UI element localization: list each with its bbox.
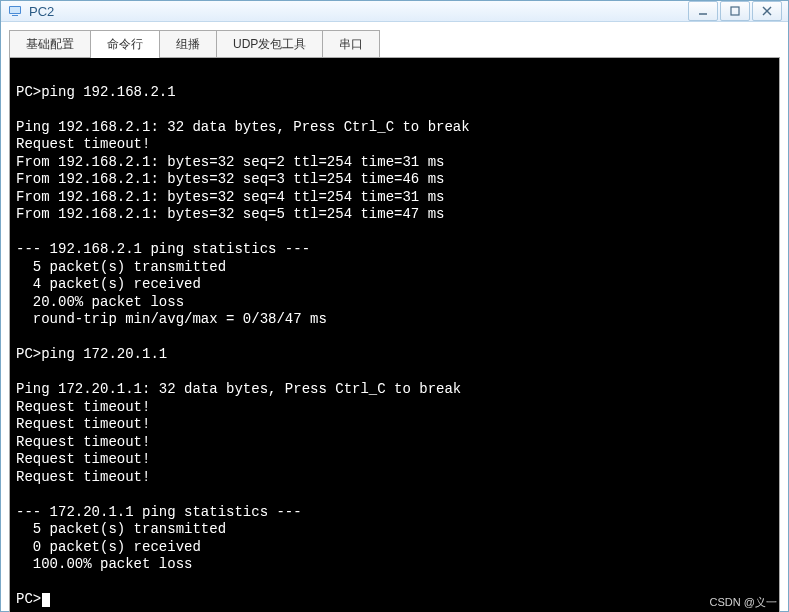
terminal-output[interactable]: PC>ping 192.168.2.1 Ping 192.168.2.1: 32… <box>10 58 779 612</box>
window-title: PC2 <box>29 4 688 19</box>
tab-udp-tool[interactable]: UDP发包工具 <box>217 30 323 58</box>
tab-bar: 基础配置 命令行 组播 UDP发包工具 串口 <box>9 30 780 58</box>
terminal-cursor <box>42 593 50 607</box>
maximize-button[interactable] <box>720 1 750 21</box>
titlebar: PC2 <box>1 1 788 22</box>
app-icon <box>7 3 23 19</box>
close-button[interactable] <box>752 1 782 21</box>
tab-content: PC>ping 192.168.2.1 Ping 192.168.2.1: 32… <box>9 57 780 612</box>
watermark: CSDN @义一 <box>710 595 777 610</box>
tab-multicast[interactable]: 组播 <box>160 30 217 58</box>
svg-rect-1 <box>12 15 18 16</box>
svg-rect-2 <box>10 7 20 13</box>
tab-serial[interactable]: 串口 <box>323 30 380 58</box>
window-buttons <box>688 1 782 21</box>
app-window: PC2 基础配置 命令行 组播 UDP发包工具 串口 PC>ping 192.1… <box>0 0 789 612</box>
client-area: 基础配置 命令行 组播 UDP发包工具 串口 PC>ping 192.168.2… <box>1 22 788 612</box>
minimize-button[interactable] <box>688 1 718 21</box>
tab-command-line[interactable]: 命令行 <box>91 30 160 58</box>
svg-rect-4 <box>731 7 739 15</box>
tab-basic-config[interactable]: 基础配置 <box>9 30 91 58</box>
